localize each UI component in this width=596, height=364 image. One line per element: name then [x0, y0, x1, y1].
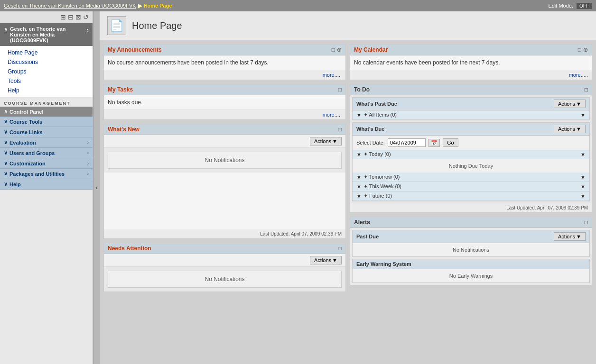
sidebar-item-customization[interactable]: ∨ Customization ›: [0, 158, 93, 169]
date-input[interactable]: [388, 138, 426, 147]
future-row[interactable]: ▼ ✦ Future (0) ▼: [353, 191, 589, 201]
alerts-past-due-title: Past Due: [356, 234, 379, 239]
sidebar-item-course-tools[interactable]: ∨ Course Tools: [0, 117, 93, 127]
menu-label-help: Help: [9, 182, 21, 187]
whats-new-actions-icon: ▼: [332, 138, 337, 144]
sidebar-collapse-button[interactable]: ‹: [93, 11, 100, 364]
sidebar-icon-1[interactable]: ⊞: [60, 13, 66, 21]
to-do-title: To Do: [354, 86, 370, 93]
control-panel-expand: ∧: [4, 109, 8, 115]
sidebar-item-packages[interactable]: ∨ Packages and Utilities ›: [0, 169, 93, 179]
alerts-panel: Alerts □ Past Due Actions ▼ No Notificat: [350, 217, 592, 285]
menu-arrow-users: ›: [87, 150, 89, 155]
menu-expand-icon-2: ∨: [4, 129, 8, 135]
whats-past-due-panel: What's Past Due Actions ▼ ▼ ✦ All Items …: [352, 97, 590, 120]
menu-label-users-groups: Users and Groups: [9, 150, 55, 156]
control-panel-label: Control Panel: [9, 109, 44, 115]
needs-attention-actions-bar: Actions ▼: [104, 254, 345, 267]
menu-arrow-packages: ›: [87, 171, 89, 176]
menu-expand-icon-5: ∨: [4, 160, 8, 166]
date-row: Select Date: 📅 Go: [353, 136, 589, 150]
tomorrow-row[interactable]: ▼ ✦ Tomorrow (0) ▼: [353, 173, 589, 182]
sidebar-item-tools[interactable]: Tools: [0, 76, 93, 86]
course-block[interactable]: ∧ Gesch. en Theorie van Kunsten en Media…: [0, 23, 93, 46]
needs-attention-panel: Needs Attention □ Actions ▼ No Notificat…: [103, 243, 346, 292]
needs-attention-actions-label: Actions: [314, 257, 331, 263]
this-week-row-icon: ▼: [580, 184, 586, 190]
sidebar-item-home-page[interactable]: Home Page: [0, 48, 93, 57]
alerts-collapse-icon[interactable]: □: [585, 219, 588, 226]
today-label: ✦ Today (0): [363, 151, 391, 157]
calendar-more-link[interactable]: more.....: [569, 72, 588, 78]
sidebar-item-discussions[interactable]: Discussions: [0, 57, 93, 67]
calendar-button[interactable]: 📅: [428, 139, 440, 147]
menu-expand-icon-6: ∨: [4, 171, 8, 177]
whats-new-actions-bar: Actions ▼: [104, 135, 345, 148]
calendar-collapse-icon[interactable]: □: [578, 46, 581, 53]
whats-new-collapse-icon[interactable]: □: [338, 126, 342, 133]
past-due-actions-icon: ▼: [576, 101, 581, 107]
whats-new-header: What's New □: [104, 124, 345, 135]
this-week-collapse-icon: ▼: [356, 184, 362, 190]
needs-attention-collapse-icon[interactable]: □: [338, 245, 342, 252]
sidebar-item-evaluation[interactable]: ∨ Evaluation ›: [0, 137, 93, 148]
announcements-title: My Announcements: [108, 46, 162, 53]
edit-mode-toggle[interactable]: OFF: [576, 2, 592, 9]
sidebar-nav: Home Page Discussions Groups Tools Help: [0, 46, 93, 97]
whats-due-title: What's Due: [356, 126, 384, 132]
today-collapse-icon: ▼: [356, 152, 362, 157]
sidebar-icon-3[interactable]: ⊠: [75, 13, 81, 21]
sidebar-icon-2[interactable]: ⊟: [68, 13, 74, 21]
past-due-row-icon: ▼: [580, 112, 586, 118]
whats-new-last-updated: Last Updated: April 07, 2009 02:39 PM: [104, 229, 345, 238]
alerts-past-due-no-notifications: No Notifications: [353, 243, 589, 256]
go-button[interactable]: Go: [443, 138, 458, 147]
sidebar-item-groups[interactable]: Groups: [0, 67, 93, 76]
sidebar-item-course-links[interactable]: ∨ Course Links: [0, 127, 93, 137]
sidebar-item-help-cp[interactable]: ∨ Help: [0, 179, 93, 190]
menu-expand-icon-4: ∨: [4, 150, 8, 156]
calendar-add-icon[interactable]: ⊕: [583, 46, 588, 53]
alerts-title: Alerts: [354, 219, 370, 226]
tasks-collapse-icon[interactable]: □: [338, 86, 342, 93]
past-due-all-items-row[interactable]: ▼ ✦ All Items (0) ▼: [353, 110, 589, 120]
menu-expand-icon-3: ∨: [4, 139, 8, 146]
to-do-panel: To Do □ What's Past Due Actions ▼: [350, 84, 592, 213]
sidebar-item-users-groups[interactable]: ∨ Users and Groups ›: [0, 148, 93, 158]
tasks-body: No tasks due.: [104, 95, 345, 109]
menu-expand-icon: ∨: [4, 118, 8, 125]
needs-attention-no-notifications: No Notifications: [108, 271, 342, 288]
whats-due-actions-button[interactable]: Actions ▼: [554, 125, 586, 133]
to-do-collapse-icon[interactable]: □: [585, 86, 588, 93]
past-due-actions-button[interactable]: Actions ▼: [554, 100, 586, 108]
sidebar-item-help[interactable]: Help: [0, 86, 93, 95]
menu-arrow-customization: ›: [87, 161, 89, 166]
needs-attention-actions-icon: ▼: [332, 257, 337, 263]
alerts-past-due-actions-label: Actions: [558, 234, 575, 239]
needs-attention-title: Needs Attention: [108, 245, 151, 252]
tasks-title: My Tasks: [108, 86, 133, 93]
announcements-collapse-icon[interactable]: □: [332, 46, 335, 53]
today-row[interactable]: ▼ ✦ Today (0) ▼: [353, 150, 589, 159]
needs-attention-actions-button[interactable]: Actions ▼: [310, 256, 342, 264]
whats-due-actions-icon: ▼: [576, 126, 581, 132]
top-bar: Gesch. en Theorie van Kunsten en Media U…: [0, 0, 596, 11]
tomorrow-row-icon: ▼: [580, 174, 586, 180]
early-warning-no-warnings: No Early Warnings: [353, 269, 589, 282]
this-week-row[interactable]: ▼ ✦ This Week (0) ▼: [353, 182, 589, 191]
whats-new-actions-button[interactable]: Actions ▼: [310, 137, 342, 146]
course-expand-icon: ∧: [4, 26, 8, 33]
whats-due-header: What's Due Actions ▼: [353, 123, 589, 136]
sidebar-icon-4[interactable]: ↺: [83, 13, 89, 21]
announcements-more-link[interactable]: more.....: [323, 72, 342, 78]
right-column: My Calendar □ ⊕ No calendar events have …: [350, 44, 592, 292]
tasks-controls: □: [338, 86, 342, 93]
tasks-more-link[interactable]: more.....: [323, 112, 342, 118]
course-expand-right[interactable]: ›: [86, 26, 89, 34]
alerts-past-due-panel: Past Due Actions ▼ No Notifications: [352, 230, 590, 257]
edit-mode-value: OFF: [579, 3, 589, 9]
breadcrumb-course[interactable]: Gesch. en Theorie van Kunsten en Media U…: [4, 3, 136, 9]
announcements-add-icon[interactable]: ⊕: [337, 46, 342, 53]
my-tasks-panel: My Tasks □ No tasks due. more.....: [103, 84, 346, 120]
alerts-past-due-actions-button[interactable]: Actions ▼: [554, 232, 586, 241]
